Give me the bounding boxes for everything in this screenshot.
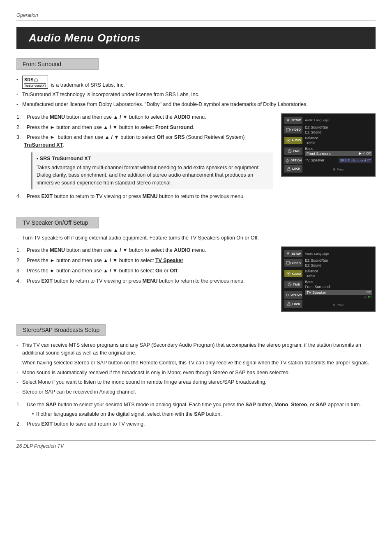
ms2-item-balance: Balance [305,269,372,274]
tv-speaker-section: TV Speaker On/Off Setup Turn TV speakers… [16,217,376,312]
tv-speaker-text: 1. Press the MENU button and then use ▲ … [16,246,273,289]
menu-item-audio-lang: Audio Language [305,118,372,122]
svg-rect-13 [286,262,290,264]
ms2-item-front-surround: Front Surround [305,284,372,289]
sap-sub-bullet-digital: If other languages available on the digi… [32,410,376,418]
bullet-analog: Stereo or SAP can be received in Analog … [16,388,376,396]
bullet-trusurround: TruSurround XT technology is incorporate… [16,91,376,99]
menu-icon-time: TIME [284,147,302,155]
tv-speaker-header: TV Speaker On/Off Setup [16,217,99,228]
menu-item-bass: Bass [305,146,372,151]
svg-line-7 [290,151,291,152]
tv-step-1: 1. Press the MENU button and then use ▲ … [16,246,273,254]
menu-content-video: EZ SoundRite EZ Sound [305,125,372,135]
svg-point-16 [288,273,289,274]
bullet-srs: SRS TruSurround XT is a trademark of SRS… [16,76,376,89]
ms2-item-ez-sound: EZ Sound [305,263,372,268]
svg-marker-0 [286,118,290,122]
bullet-mono: Mono sound is automatically received if … [16,369,376,377]
step-2: 2. Press the ► button and then use ▲ / ▼… [16,124,273,131]
menu-content-lock: ⊕ Prev. [305,166,372,171]
front-surround-content: 1. Press the MENU button and then use ▲ … [16,113,376,205]
menu-content-option: TV Speaker SRS TruSurround XT [305,158,372,163]
ms2-item-bass: Bass [305,279,372,284]
ms2-icon-lock: LOCK [284,300,302,308]
menu-row-setup: SETUP Audio Language [284,117,372,124]
ms2-prev: ⊕ Prev. [305,303,372,307]
ms2-item-tv-speaker: TV Speaker Off [305,290,372,295]
svg-line-19 [290,284,291,285]
menu-icon-video: VIDEO [284,126,302,134]
tv-speaker-bullets: Turn TV speakers off if using external a… [16,234,376,242]
svg-point-8 [286,159,289,162]
menu-icon-lock: LOCK [284,165,302,173]
trusurround-subsection: • SRS TruSurround XT Takes advantage of … [31,152,273,189]
menu-row-audio: AUDIO Balance Treble [284,136,372,145]
menu-row-video: VIDEO EZ SoundRite EZ Sound [284,125,372,135]
ms2-content-audio: Balance Treble [305,269,372,279]
ms2-item-on: ✓ On [305,295,372,299]
menu-screenshot-1: SETUP Audio Language VIDEO EZ SoundRite … [281,113,376,177]
tv-step-2: 2. Press the ► button and then use ▲ / ▼… [16,257,273,265]
ms2-icon-option: OPTION [284,291,302,299]
menu-row-lock: LOCK ⊕ Prev. [284,165,372,173]
ms2-content-video: EZ SoundRite EZ Sound [305,258,372,268]
front-surround-header: Front Surround [16,58,99,70]
menu-item-balance: Balance [305,136,372,140]
menu-item-treble: Treble [305,140,372,145]
bullet-mts: This TV can receive MTS stereo programs … [16,341,376,357]
subsection-body: Takes advantage of any multi-channel for… [37,164,269,187]
page-title: Audio Menu Options [16,27,376,49]
bullet-tv-speaker: Turn TV speakers off if using external a… [16,234,376,242]
sap-step-1: 1. Use the SAP button to select your des… [16,401,376,418]
stereo-sap-bullets: This TV can receive MTS stereo programs … [16,341,376,396]
svg-rect-21 [288,304,290,306]
menu-item-front-surround: Front Surround ▶ ✓ Off [305,151,372,156]
front-surround-text: 1. Press the MENU button and then use ▲ … [16,113,273,205]
operation-label: Operation [16,12,376,18]
ms2-icon-video: VIDEO [284,259,302,267]
srs-logo: SRS TruSurround XT [22,76,48,89]
stereo-sap-steps: 1. Use the SAP button to select your des… [16,401,376,428]
ms2-content-time: Bass Front Surround [305,279,372,289]
ms2-item-audio-lang: Audio Language [305,251,372,256]
ms2-icon-time: TIME [284,281,302,288]
ms2-row-video: VIDEO EZ SoundRite EZ Sound [284,258,372,268]
ms2-row-time: TIME Bass Front Surround [284,279,372,289]
menu-row-time: TIME Bass Front Surround ▶ ✓ Off [284,146,372,156]
front-surround-section: Front Surround SRS TruSurround XT is a t… [16,58,376,205]
front-surround-bullets: SRS TruSurround XT is a trademark of SRS… [16,76,376,108]
ms2-item-ez-soundrite: EZ SoundRite [305,258,372,263]
ms2-row-setup: SETUP Audio Language [284,250,372,257]
tv-speaker-steps: 1. Press the MENU button and then use ▲ … [16,246,273,285]
menu-content-audio: Balance Treble [305,136,372,145]
svg-point-20 [286,294,289,296]
menu-screenshot-2: SETUP Audio Language VIDEO EZ SoundRite … [281,246,376,312]
menu-item-tv-speaker-1: TV Speaker SRS TruSurround XT [305,158,372,163]
menu-icon-setup: SETUP [284,117,302,124]
ms2-row-option: OPTION TV Speaker Off ✓ On [284,290,372,299]
svg-rect-1 [286,129,290,131]
ms2-icon-setup: SETUP [284,250,302,257]
ms2-row-lock: LOCK ⊕ Prev. [284,300,372,308]
step-1: 1. Press the MENU button and then use ▲ … [16,113,273,121]
page: Operation Audio Menu Options Front Surro… [0,0,392,555]
sap-step-2: 2. Press EXIT button to save and return … [16,420,376,428]
svg-rect-11 [288,169,290,170]
front-surround-steps: 1. Press the MENU button and then use ▲ … [16,113,273,200]
ms2-content-lock: ⊕ Prev. [305,302,372,307]
menu-icon-audio: AUDIO [284,137,302,144]
menu-content-setup: Audio Language [305,118,372,122]
svg-marker-12 [286,251,290,255]
ms2-content-setup: Audio Language [305,251,372,256]
tv-speaker-content: 1. Press the MENU button and then use ▲ … [16,246,376,312]
stereo-sap-section: Stereo/SAP Broadcasts Setup This TV can … [16,324,376,428]
menu-content-time: Bass Front Surround ▶ ✓ Off [305,146,372,156]
ms2-row-audio: AUDIO Balance Treble [284,269,372,279]
bottom-divider [16,440,376,441]
menu-prev-1: ⊕ Prev. [305,168,372,171]
menu-item-ez-soundrite: EZ SoundRite [305,125,372,130]
ms2-icon-audio: AUDIO [284,270,302,277]
tv-step-3: 3. Press the ► button and then use ▲ / ▼… [16,267,273,275]
top-divider [16,21,376,21]
